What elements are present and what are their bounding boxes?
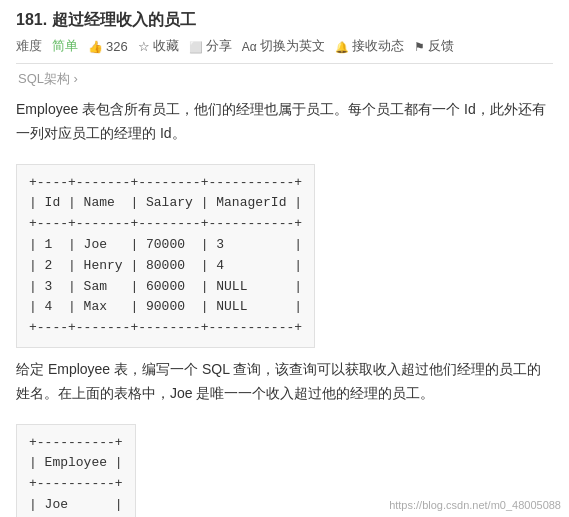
description-text-2: 给定 Employee 表，编写一个 SQL 查询，该查询可以获取收入超过他们经… <box>16 358 553 406</box>
translate-icon <box>242 39 257 54</box>
subscribe-label: 接收动态 <box>352 37 404 55</box>
likes-count: 326 <box>106 39 128 54</box>
flag-icon <box>414 39 425 54</box>
difficulty-value: 简单 <box>52 37 78 55</box>
description-section-1: Employee 表包含所有员工，他们的经理也属于员工。每个员工都有一个 Id，… <box>16 98 553 146</box>
divider <box>16 63 553 64</box>
share-button[interactable]: 分享 <box>189 37 232 55</box>
likes-button[interactable]: 326 <box>88 39 128 54</box>
star-icon <box>138 39 150 54</box>
problem-title: 181. 超过经理收入的员工 <box>16 10 196 31</box>
collect-label: 收藏 <box>153 37 179 55</box>
meta-bar: 难度 简单 326 收藏 分享 切换为英文 接收动态 反馈 <box>16 37 553 55</box>
title-row: 181. 超过经理收入的员工 <box>16 10 553 31</box>
translate-label: 切换为英文 <box>260 37 325 55</box>
share-icon <box>189 39 203 54</box>
bell-icon <box>335 39 349 54</box>
difficulty-label: 难度 <box>16 37 42 55</box>
breadcrumb-text: SQL架构 › <box>18 71 78 86</box>
result-table: +----------+ | Employee | +----------+ |… <box>16 424 136 517</box>
employee-table: +----+-------+--------+-----------+ | Id… <box>16 164 315 348</box>
collect-button[interactable]: 收藏 <box>138 37 179 55</box>
breadcrumb: SQL架构 › <box>16 70 553 88</box>
share-label: 分享 <box>206 37 232 55</box>
description-section-2: 给定 Employee 表，编写一个 SQL 查询，该查询可以获取收入超过他们经… <box>16 358 553 406</box>
footer-url: https://blog.csdn.net/m0_48005088 <box>389 499 561 511</box>
translate-button[interactable]: 切换为英文 <box>242 37 325 55</box>
subscribe-button[interactable]: 接收动态 <box>335 37 404 55</box>
like-icon <box>88 39 103 54</box>
feedback-label: 反馈 <box>428 37 454 55</box>
description-text-1: Employee 表包含所有员工，他们的经理也属于员工。每个员工都有一个 Id，… <box>16 98 553 146</box>
page-wrapper: 181. 超过经理收入的员工 难度 简单 326 收藏 分享 切换为英文 接收动… <box>0 0 569 517</box>
feedback-button[interactable]: 反馈 <box>414 37 454 55</box>
